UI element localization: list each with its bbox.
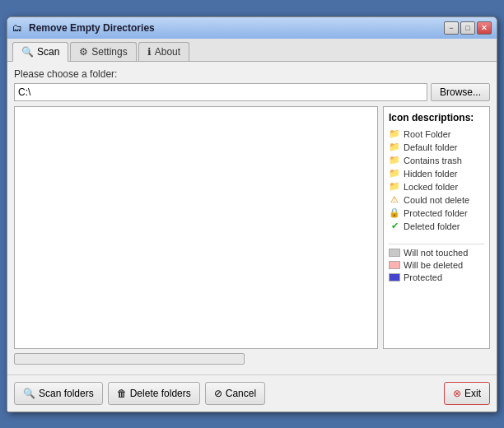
legend-will-delete-box bbox=[389, 261, 400, 269]
folder-row: Browse... bbox=[14, 83, 490, 101]
legend-no-touch-label: Will not touched bbox=[404, 248, 468, 258]
nodelete-folder-icon: ⚠ bbox=[389, 194, 400, 206]
icon-desc-locked: 📁 Locked folder bbox=[389, 181, 484, 193]
tree-panel[interactable] bbox=[14, 106, 378, 349]
legend-no-touch-box bbox=[389, 249, 400, 257]
icon-desc-trash: 📁 Contains trash bbox=[389, 155, 484, 166]
bottom-buttons: 🔍 Scan folders 🗑 Delete folders ⊘ Cancel… bbox=[7, 374, 497, 412]
icon-desc-deleted: ✔ Deleted folder bbox=[389, 221, 484, 232]
folder-label: Please choose a folder: bbox=[14, 68, 490, 80]
scan-folders-label: Scan folders bbox=[39, 388, 94, 399]
tab-scan-label: Scan bbox=[37, 46, 59, 58]
delete-folders-icon: 🗑 bbox=[117, 388, 127, 399]
delete-folders-button[interactable]: 🗑 Delete folders bbox=[108, 382, 200, 405]
folder-input[interactable] bbox=[14, 83, 427, 101]
exit-icon: ⊗ bbox=[453, 388, 461, 399]
icon-desc-protected: 🔒 Protected folder bbox=[389, 207, 484, 219]
minimize-button[interactable]: − bbox=[444, 21, 459, 35]
nodelete-folder-label: Could not delete bbox=[404, 195, 469, 205]
title-bar-left: 🗂 Remove Empty Directories bbox=[12, 22, 155, 34]
title-bar: 🗂 Remove Empty Directories − □ ✕ bbox=[7, 17, 497, 39]
settings-tab-icon: ⚙ bbox=[79, 46, 88, 58]
trash-folder-icon: 📁 bbox=[389, 155, 400, 166]
delete-folders-label: Delete folders bbox=[130, 388, 191, 399]
content-area: 🔍 Scan ⚙ Settings ℹ About Please choose … bbox=[7, 39, 497, 412]
exit-button[interactable]: ⊗ Exit bbox=[444, 382, 490, 405]
icon-desc-divider bbox=[389, 234, 484, 239]
icon-desc-list: 📁 Root Folder 📁 Default folder 📁 Contain… bbox=[389, 128, 484, 343]
default-folder-label: Default folder bbox=[404, 142, 457, 152]
locked-folder-icon: 📁 bbox=[389, 181, 400, 193]
root-folder-label: Root Folder bbox=[404, 129, 450, 139]
exit-label: Exit bbox=[464, 388, 481, 399]
close-button[interactable]: ✕ bbox=[477, 21, 492, 35]
locked-folder-label: Locked folder bbox=[404, 182, 458, 192]
maximize-button[interactable]: □ bbox=[460, 21, 475, 35]
legend-will-delete-label: Will be deleted bbox=[404, 260, 463, 270]
legend-no-touch: Will not touched bbox=[389, 248, 484, 258]
cancel-button[interactable]: ⊘ Cancel bbox=[205, 382, 265, 405]
tab-scan[interactable]: 🔍 Scan bbox=[12, 42, 68, 62]
tab-bar: 🔍 Scan ⚙ Settings ℹ About bbox=[7, 39, 497, 62]
legend-will-delete: Will be deleted bbox=[389, 260, 484, 270]
protected-folder-label: Protected folder bbox=[404, 208, 468, 218]
bottom-left-buttons: 🔍 Scan folders 🗑 Delete folders ⊘ Cancel bbox=[14, 382, 265, 405]
progress-bar-area bbox=[14, 353, 490, 365]
about-tab-icon: ℹ bbox=[147, 46, 152, 58]
icon-desc-nodelete: ⚠ Could not delete bbox=[389, 194, 484, 206]
tab-about[interactable]: ℹ About bbox=[138, 42, 189, 61]
icon-desc-root: 📁 Root Folder bbox=[389, 128, 484, 140]
hidden-folder-label: Hidden folder bbox=[404, 169, 457, 179]
deleted-folder-icon: ✔ bbox=[389, 221, 400, 232]
scan-folders-button[interactable]: 🔍 Scan folders bbox=[14, 382, 103, 405]
icon-desc-hidden: 📁 Hidden folder bbox=[389, 168, 484, 179]
progress-bar-outer bbox=[14, 353, 245, 365]
cancel-label: Cancel bbox=[226, 388, 256, 399]
icon-desc-panel: Icon descriptions: 📁 Root Folder 📁 Defau… bbox=[383, 106, 490, 349]
icon-desc-default: 📁 Default folder bbox=[389, 142, 484, 153]
scan-folders-icon: 🔍 bbox=[23, 388, 35, 399]
tab-settings-label: Settings bbox=[91, 46, 127, 58]
tab-settings[interactable]: ⚙ Settings bbox=[70, 42, 136, 61]
cancel-icon: ⊘ bbox=[214, 388, 222, 399]
hidden-folder-icon: 📁 bbox=[389, 168, 400, 179]
protected-folder-icon: 🔒 bbox=[389, 207, 400, 219]
deleted-folder-label: Deleted folder bbox=[404, 221, 460, 231]
scan-tab-icon: 🔍 bbox=[21, 46, 34, 58]
legend-section: Will not touched Will be deleted Protect… bbox=[389, 244, 484, 285]
root-folder-icon: 📁 bbox=[389, 128, 400, 140]
trash-folder-label: Contains trash bbox=[404, 156, 462, 165]
window-title: Remove Empty Directories bbox=[29, 22, 155, 34]
legend-protected-box bbox=[389, 273, 400, 281]
browse-button[interactable]: Browse... bbox=[431, 83, 490, 101]
scan-area: Icon descriptions: 📁 Root Folder 📁 Defau… bbox=[14, 106, 490, 349]
icon-desc-title: Icon descriptions: bbox=[389, 112, 484, 123]
main-window: 🗂 Remove Empty Directories − □ ✕ 🔍 Scan … bbox=[7, 16, 497, 412]
legend-protected-label: Protected bbox=[404, 272, 442, 282]
app-icon: 🗂 bbox=[12, 22, 24, 34]
legend-protected: Protected bbox=[389, 272, 484, 282]
default-folder-icon: 📁 bbox=[389, 142, 400, 153]
title-buttons: − □ ✕ bbox=[444, 21, 492, 35]
tab-about-label: About bbox=[155, 46, 180, 58]
main-area: Please choose a folder: Browse... Icon d… bbox=[7, 62, 497, 370]
